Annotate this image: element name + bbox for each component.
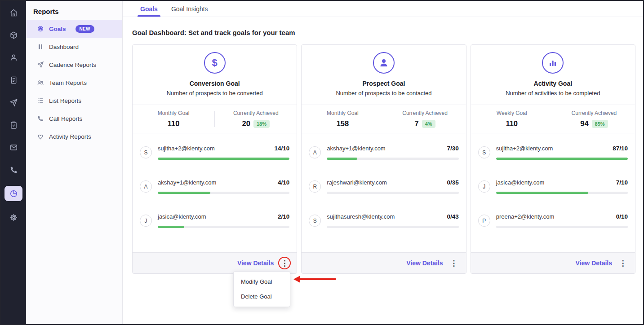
avatar: S [478,146,490,158]
avatar: J [140,215,152,227]
dollar-circle-icon: $ [204,52,226,74]
goal-label: Monthly Goal [158,110,190,116]
paper-plane-icon [37,61,44,68]
view-details-link[interactable]: View Details [576,259,612,267]
member-row: S sujithasuresh@klenty.com 0/43 [309,213,458,228]
progress-bar [327,158,458,160]
member-score: 0/10 [616,213,628,220]
card-title: Prospect Goal [302,80,466,87]
progress-bar [158,158,289,160]
dashboard-icon [37,43,44,50]
member-score: 7/30 [447,145,458,152]
member-score: 0/35 [447,179,458,186]
sidebar-item-goals[interactable]: Goals NEW [26,20,122,38]
kebab-context-menu: Modify Goal Delete Goal [233,271,290,307]
member-email: sujitha+2@klenty.com [158,145,215,152]
sidebar-item-dashboard[interactable]: Dashboard [26,38,122,56]
sidebar-item-label: Activity Reports [49,133,91,140]
sidebar-item-label: Team Reports [49,79,87,86]
sidebar-item-list-reports[interactable]: List Reports [26,92,122,110]
member-email: rajeshwari@klenty.com [327,179,387,186]
member-row: A akshay+1@klenty.com 7/30 [309,145,458,160]
progress-bar [327,192,458,194]
avatar: S [140,146,152,158]
progress-bar [496,158,628,160]
templates-icon[interactable] [5,74,22,86]
heart-icon [37,133,44,140]
card-subtitle: Number of activities to be completed [471,90,635,97]
sidebar-item-activity-reports[interactable]: Activity Reports [26,127,122,145]
achieved-pct-badge: 18% [253,120,270,128]
member-email: jasica@klenty.com [496,179,545,186]
progress-bar [496,226,628,228]
avatar: J [478,180,490,193]
member-row: J jasica@klenty.com 2/10 [140,213,289,228]
sidebar-item-team-reports[interactable]: Team Reports [26,74,122,92]
bar-chart-circle-icon [542,52,564,74]
tab-bar: Goals Goal Insights [123,1,643,17]
sidebar-item-cadence-reports[interactable]: Cadence Reports [26,56,122,74]
tasks-icon[interactable] [5,119,22,131]
emails-icon[interactable] [5,141,22,154]
reports-icon[interactable] [4,186,22,201]
menu-item-delete-goal[interactable]: Delete Goal [234,289,290,304]
card-subtitle: Number of prospects to be converted [133,90,297,97]
card-title: Activity Goal [471,80,635,87]
cadences-icon[interactable] [5,96,22,109]
view-details-link[interactable]: View Details [406,259,443,267]
progress-bar [496,192,628,194]
member-email: sujitha+2@klenty.com [496,145,553,152]
goal-value: 158 [337,119,349,128]
goal-stats: Monthly Goal 158 Currently Achieved 7 4% [302,105,466,133]
sidebar-item-label: Call Reports [49,115,82,122]
goal-label: Monthly Goal [327,110,359,116]
achieved-pct-badge: 4% [422,120,435,128]
kebab-menu-button[interactable]: ⋮ [278,257,291,269]
goal-value: 110 [506,119,518,128]
achieved-value: 20 [242,119,250,128]
home-icon[interactable] [5,6,22,19]
card-footer: View Details ⋮ [471,252,635,273]
member-row: S sujitha+2@klenty.com 87/10 [478,145,628,160]
goal-label: Weekly Goal [497,110,527,116]
member-score: 7/10 [616,179,628,186]
achieved-label: Currently Achieved [572,110,617,116]
member-row: S sujitha+2@klenty.com 14/10 [140,145,289,160]
app-window: Reports Goals NEW Dashboard Cadence Repo… [0,0,644,325]
member-row: R rajeshwari@klenty.com 0/35 [309,179,458,194]
main-content: Goals Goal Insights Goal Dashboard: Set … [123,1,643,324]
member-score: 0/43 [447,213,458,220]
view-details-link[interactable]: View Details [237,259,274,267]
package-icon[interactable] [5,29,22,41]
prospects-icon[interactable] [5,51,22,64]
achieved-label: Currently Achieved [233,110,279,116]
team-icon [37,79,44,86]
members-list: S sujitha+2@klenty.com 14/10 A [133,133,297,247]
goals-target-icon [37,25,44,32]
goal-value: 110 [168,119,180,128]
goal-card-prospect: Prospect Goal Number of prospects to be … [301,44,466,274]
tab-goal-insights[interactable]: Goal Insights [171,1,208,17]
sidebar-title: Reports [26,1,122,20]
member-email: akshay+1@klenty.com [327,145,385,152]
member-score: 87/10 [613,145,628,152]
member-email: preena+2@klenty.com [496,213,555,220]
member-score: 2/10 [278,213,289,220]
goal-cards-row: $ Conversion Goal Number of prospects to… [132,44,635,274]
card-footer: View Details ⋮ [133,252,297,273]
sidebar-item-label: List Reports [49,97,81,104]
menu-item-modify-goal[interactable]: Modify Goal [234,274,290,289]
member-score: 4/10 [278,179,289,186]
avatar: P [478,215,490,227]
reports-sidebar: Reports Goals NEW Dashboard Cadence Repo… [26,1,123,324]
settings-icon[interactable] [5,211,22,224]
calls-icon[interactable] [5,163,22,176]
card-footer: View Details ⋮ [302,252,466,273]
sidebar-item-call-reports[interactable]: Call Reports [26,110,122,127]
kebab-menu-button[interactable]: ⋮ [617,257,629,269]
kebab-menu-button[interactable]: ⋮ [448,257,460,269]
phone-icon [37,115,44,122]
progress-bar [158,192,289,194]
tab-goals[interactable]: Goals [140,1,158,17]
achieved-value: 7 [415,119,419,128]
